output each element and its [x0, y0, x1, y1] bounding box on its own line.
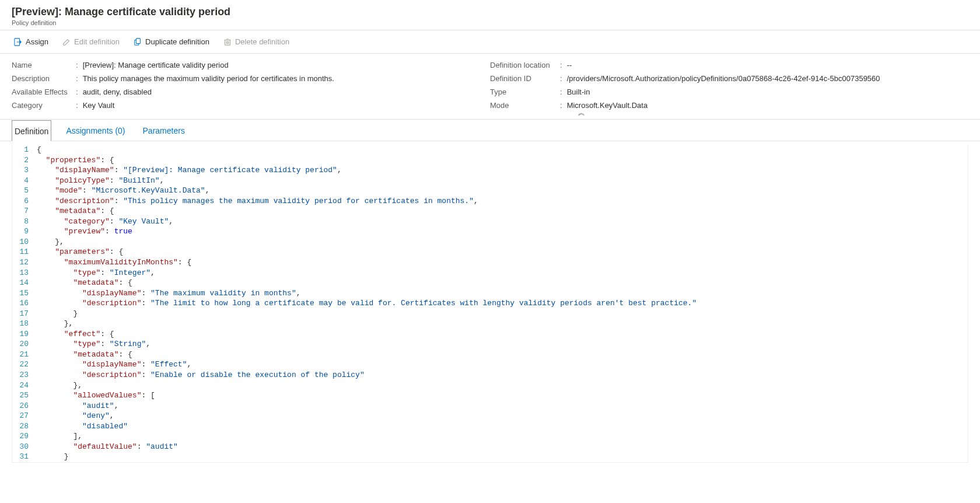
prop-location: Definition location : -- — [490, 61, 968, 69]
command-bar: Assign Edit definition Duplicate definit… — [0, 30, 980, 54]
code-line: 10 }, — [12, 237, 968, 247]
code-line: 17 } — [12, 309, 968, 319]
delete-definition-button: Delete definition — [221, 35, 292, 48]
line-number: 28 — [12, 421, 37, 432]
prop-effects: Available Effects : audit, deny, disable… — [12, 88, 490, 96]
code-line: 11 "parameters": { — [12, 247, 968, 257]
code-source: "disabled" — [37, 421, 128, 432]
code-block[interactable]: 1{2 "properties": {3 "displayName": "[Pr… — [12, 145, 968, 463]
code-source: } — [37, 452, 69, 462]
code-source: "metadata": { — [37, 206, 114, 216]
code-source: ], — [37, 431, 82, 442]
code-line: 9 "preview": true — [12, 226, 968, 237]
prop-id-label: Definition ID — [490, 74, 560, 83]
code-source: }, — [37, 319, 73, 329]
code-source: "audit", — [37, 401, 118, 411]
line-number: 4 — [12, 176, 37, 186]
code-source: "description": "The limit to how long a … — [37, 298, 696, 309]
code-source: "effect": { — [37, 329, 114, 340]
prop-type-value: Built-in — [567, 88, 590, 96]
prop-description: Description : This policy manages the ma… — [12, 74, 490, 83]
edit-label: Edit definition — [74, 37, 120, 46]
code-line: 21 "metadata": { — [12, 350, 968, 360]
code-source: "preview": true — [37, 226, 132, 237]
code-line: 18 }, — [12, 319, 968, 329]
line-number: 18 — [12, 319, 37, 329]
prop-location-value: -- — [567, 61, 572, 69]
code-source: }, — [37, 237, 64, 247]
line-number: 10 — [12, 237, 37, 247]
code-source: "allowedValues": [ — [37, 390, 155, 401]
json-editor: 1{2 "properties": {3 "displayName": "[Pr… — [0, 141, 980, 474]
line-number: 7 — [12, 206, 37, 216]
assign-label: Assign — [26, 37, 48, 46]
code-line: 29 ], — [12, 431, 968, 442]
prop-description-label: Description — [12, 74, 76, 83]
duplicate-definition-button[interactable]: Duplicate definition — [131, 35, 212, 48]
prop-id: Definition ID : /providers/Microsoft.Aut… — [490, 74, 968, 83]
trash-icon — [223, 38, 232, 46]
line-number: 5 — [12, 186, 37, 196]
prop-effects-label: Available Effects — [12, 88, 76, 96]
code-source: "deny", — [37, 411, 114, 421]
assign-button[interactable]: Assign — [12, 35, 51, 48]
pencil-icon — [62, 38, 71, 46]
code-line: 14 "metadata": { — [12, 278, 968, 288]
code-line: 5 "mode": "Microsoft.KeyVault.Data", — [12, 186, 968, 196]
prop-category-value: Key Vault — [83, 101, 115, 110]
code-line: 19 "effect": { — [12, 329, 968, 340]
code-line: 12 "maximumValidityInMonths": { — [12, 257, 968, 268]
line-number: 27 — [12, 411, 37, 421]
line-number: 23 — [12, 370, 37, 380]
tab-parameters[interactable]: Parameters — [140, 120, 188, 141]
code-line: 13 "type": "Integer", — [12, 268, 968, 278]
code-line: 23 "description": "Enable or disable the… — [12, 370, 968, 380]
code-line: 27 "deny", — [12, 411, 968, 421]
code-source: "defaultValue": "audit" — [37, 442, 178, 452]
code-source: "mode": "Microsoft.KeyVault.Data", — [37, 186, 210, 196]
prop-name: Name : [Preview]: Manage certificate val… — [12, 61, 490, 69]
code-source: } — [37, 309, 78, 319]
code-source: "description": "Enable or disable the ex… — [37, 370, 365, 380]
code-source: }, — [37, 380, 82, 391]
tab-definition[interactable]: Definition — [12, 120, 51, 141]
prop-effects-value: audit, deny, disabled — [83, 88, 152, 96]
line-number: 17 — [12, 309, 37, 319]
line-number: 20 — [12, 339, 37, 350]
line-number: 29 — [12, 431, 37, 442]
code-source: "displayName": "The maximum validity in … — [37, 288, 301, 299]
code-line: 22 "displayName": "Effect", — [12, 359, 968, 370]
prop-mode-label: Mode — [490, 101, 560, 110]
line-number: 21 — [12, 350, 37, 360]
code-line: 24 }, — [12, 380, 968, 391]
line-number: 14 — [12, 278, 37, 288]
prop-description-value: This policy manages the maximum validity… — [83, 74, 334, 83]
code-source: "type": "String", — [37, 339, 150, 350]
code-line: 31 } — [12, 452, 968, 462]
code-line: 8 "category": "Key Vault", — [12, 216, 968, 227]
code-line: 3 "displayName": "[Preview]: Manage cert… — [12, 165, 968, 176]
code-source: "parameters": { — [37, 247, 123, 257]
collapse-caret-icon[interactable]: ︽ — [578, 108, 585, 118]
code-line: 1{ — [12, 145, 968, 155]
line-number: 8 — [12, 216, 37, 227]
code-line: 7 "metadata": { — [12, 206, 968, 216]
edit-definition-button: Edit definition — [60, 35, 122, 48]
code-source: "displayName": "[Preview]: Manage certif… — [37, 165, 342, 176]
code-source: "maximumValidityInMonths": { — [37, 257, 191, 268]
line-number: 16 — [12, 298, 37, 309]
code-source: "description": "This policy manages the … — [37, 196, 478, 207]
code-line: 16 "description": "The limit to how long… — [12, 298, 968, 309]
line-number: 1 — [12, 145, 37, 155]
code-source: "policyType": "BuiltIn", — [37, 176, 164, 186]
tabs: Definition Assignments (0) Parameters — [0, 119, 980, 141]
line-number: 11 — [12, 247, 37, 257]
tab-assignments[interactable]: Assignments (0) — [63, 120, 128, 141]
code-source: "displayName": "Effect", — [37, 359, 191, 370]
prop-mode: Mode : Microsoft.KeyVault.Data — [490, 101, 968, 110]
line-number: 13 — [12, 268, 37, 278]
page-title: [Preview]: Manage certificate validity p… — [12, 6, 968, 18]
code-line: 28 "disabled" — [12, 421, 968, 432]
duplicate-icon — [134, 38, 142, 46]
code-source: "category": "Key Vault", — [37, 216, 173, 227]
